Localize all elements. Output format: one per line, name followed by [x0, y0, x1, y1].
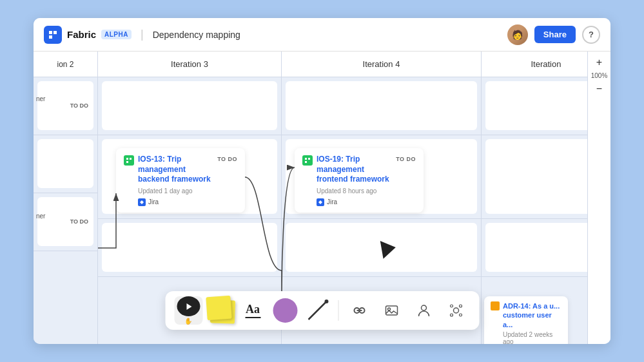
iter3-cell1 — [102, 81, 277, 130]
help-button[interactable]: ? — [582, 26, 600, 44]
iter4-row1 — [282, 77, 481, 135]
iter3-cell3 — [102, 223, 277, 272]
cursor-arrow — [380, 238, 398, 258]
image-icon — [384, 303, 398, 318]
ios19-card-icon — [302, 155, 313, 166]
brand-name: Fabric — [67, 29, 96, 40]
svg-rect-2 — [126, 161, 128, 163]
svg-point-19 — [450, 314, 453, 316]
svg-point-18 — [459, 305, 462, 307]
navbar: Fabric ALPHA | Dependency mapping 🧑 Shar… — [34, 18, 610, 52]
ios13-card[interactable]: IOS-13: Trip management backend framewor… — [116, 148, 245, 213]
iter2-row1: TO DO — [34, 77, 97, 135]
toolbar: ✋ Aa — [165, 291, 479, 330]
ios19-card[interactable]: IOS-19: Trip management frontend framewo… — [295, 148, 424, 213]
iter2-cell1: TO DO — [37, 81, 93, 130]
person-icon — [416, 303, 431, 318]
sticky-note-front — [206, 296, 231, 321]
ios19-card-title: IOS-19: Trip management frontend framewo… — [317, 155, 392, 185]
svg-point-16 — [453, 308, 458, 313]
adr14-updated: Updated 2 weeks ago — [503, 331, 561, 344]
iter2-row2 — [34, 135, 97, 193]
more-icon — [449, 303, 463, 318]
play-btn-circle — [177, 296, 200, 316]
iteration-col-2: ion 2 TO DO TO DO — [34, 52, 98, 344]
svg-point-17 — [450, 305, 453, 307]
iter4-label: Iteration 4 — [363, 59, 400, 69]
iter2-badge2: TO DO — [70, 218, 88, 225]
svg-rect-5 — [305, 161, 307, 163]
iter2-row3: TO DO — [34, 193, 97, 251]
iter3-row3 — [98, 219, 281, 277]
adr14-card-header: ADR-14: As a u... customer user a... — [491, 301, 561, 329]
iter2-cell3: TO DO — [37, 197, 93, 246]
canvas: ion 2 TO DO TO DO — [34, 52, 610, 344]
col-header-iter4: Iteration 4 — [282, 52, 481, 77]
share-button[interactable]: Share — [534, 26, 576, 43]
link-tool[interactable] — [345, 296, 373, 325]
svg-line-8 — [308, 301, 326, 319]
ios19-jira-label: Jira — [327, 198, 337, 205]
ios13-card-jira: Jira — [138, 198, 237, 206]
ios19-card-header: IOS-19: Trip management frontend framewo… — [302, 155, 416, 185]
shape-tool[interactable] — [271, 296, 299, 325]
line-shape-icon — [304, 298, 330, 323]
iter2-badge1: TO DO — [70, 102, 88, 109]
iter2-label: ion 2 — [57, 60, 73, 69]
ios13-card-icon — [124, 155, 134, 166]
svg-point-9 — [324, 300, 328, 303]
ios13-card-title: IOS-13: Trip management backend framewor… — [138, 155, 213, 185]
play-tool[interactable]: ✋ — [174, 296, 202, 325]
jira-icon-ios13 — [138, 198, 146, 206]
svg-rect-1 — [130, 158, 132, 160]
nav-separator: | — [141, 28, 144, 41]
more-tool[interactable] — [442, 296, 470, 325]
svg-point-20 — [459, 314, 462, 316]
iter3-label: Iteration 3 — [171, 59, 208, 69]
link-icon — [352, 303, 366, 318]
navbar-right: 🧑 Share ? — [507, 24, 600, 45]
avatar-image: 🧑 — [507, 24, 528, 45]
svg-point-15 — [421, 305, 426, 310]
doc-title: Dependency mapping — [153, 30, 240, 40]
ios19-card-badge: TO DO — [396, 156, 416, 162]
zoom-plus-button[interactable]: + — [596, 57, 602, 68]
iter2-row-label1: ner — [36, 95, 45, 102]
zoom-percent: 100% — [591, 72, 608, 79]
ios13-card-badge: TO DO — [217, 156, 237, 162]
svg-rect-4 — [308, 158, 310, 160]
line-tool[interactable] — [303, 296, 331, 325]
ios19-card-jira: Jira — [317, 198, 416, 206]
ios13-card-header: IOS-13: Trip management backend framewor… — [124, 155, 237, 185]
ios19-card-updated: Updated 8 hours ago — [317, 187, 416, 195]
image-tool[interactable] — [377, 296, 405, 325]
toolbar-divider — [338, 300, 338, 321]
svg-marker-7 — [186, 303, 191, 310]
alpha-badge: ALPHA — [101, 30, 132, 39]
adr14-card[interactable]: ADR-14: As a u... customer user a... Upd… — [484, 296, 568, 344]
sticky-note-tool[interactable] — [206, 296, 235, 325]
sticky-note-stack — [206, 296, 235, 325]
right-panel: + 100% − — [587, 52, 610, 344]
iter5-label: Iteration — [531, 59, 561, 69]
text-underline — [245, 317, 260, 318]
svg-rect-3 — [305, 158, 307, 160]
jira-icon-ios19 — [317, 198, 324, 206]
iter2-row-label2: ner — [36, 213, 45, 220]
col-header-iter2: ion 2 — [34, 52, 97, 77]
iter4-cell1 — [286, 81, 477, 130]
main-window: Fabric ALPHA | Dependency mapping 🧑 Shar… — [34, 18, 610, 344]
adr14-icon — [491, 301, 500, 310]
logo-icon — [44, 26, 62, 44]
circle-shape-icon — [273, 298, 297, 323]
svg-rect-0 — [126, 158, 128, 160]
hand-icon: ✋ — [184, 318, 192, 325]
avatar: 🧑 — [507, 24, 528, 45]
text-tool[interactable]: Aa — [239, 296, 267, 325]
text-tool-icon: Aa — [245, 303, 260, 318]
person-tool[interactable] — [409, 296, 438, 325]
iter3-row1 — [98, 77, 281, 135]
ios13-card-updated: Updated 1 day ago — [138, 187, 237, 195]
zoom-minus-button[interactable]: − — [596, 83, 602, 95]
text-aa-label: Aa — [246, 303, 260, 316]
